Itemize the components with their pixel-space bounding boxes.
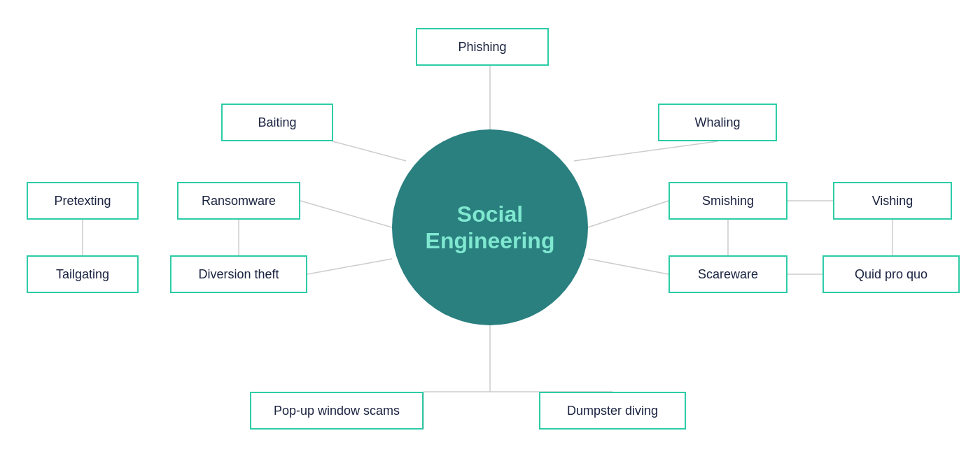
node-phishing: Phishing xyxy=(416,28,549,66)
node-scareware: Scareware xyxy=(668,255,788,293)
node-ransomware: Ransomware xyxy=(177,182,300,220)
center-line2: Engineering xyxy=(426,228,555,253)
diagram-container: Social Engineering PhishingWhalingSmishi… xyxy=(0,0,980,468)
svg-line-13 xyxy=(300,201,392,227)
center-line1: Social xyxy=(457,201,523,227)
node-tailgating: Tailgating xyxy=(27,255,139,293)
svg-line-2 xyxy=(588,201,668,227)
svg-line-4 xyxy=(588,259,668,274)
node-baiting: Baiting xyxy=(221,104,333,141)
node-diversion_theft: Diversion theft xyxy=(170,255,307,293)
svg-line-15 xyxy=(307,259,392,274)
node-smishing: Smishing xyxy=(668,182,788,220)
node-pretexting: Pretexting xyxy=(27,182,139,220)
node-whaling: Whaling xyxy=(658,104,777,141)
svg-line-12 xyxy=(332,141,406,161)
svg-line-1 xyxy=(574,141,718,161)
node-popup_scams: Pop-up window scams xyxy=(250,392,424,430)
node-quid_pro_quo: Quid pro quo xyxy=(822,255,960,293)
node-vishing: Vishing xyxy=(833,182,952,220)
node-dumpster_diving: Dumpster diving xyxy=(539,392,686,430)
center-circle: Social Engineering xyxy=(392,129,588,325)
